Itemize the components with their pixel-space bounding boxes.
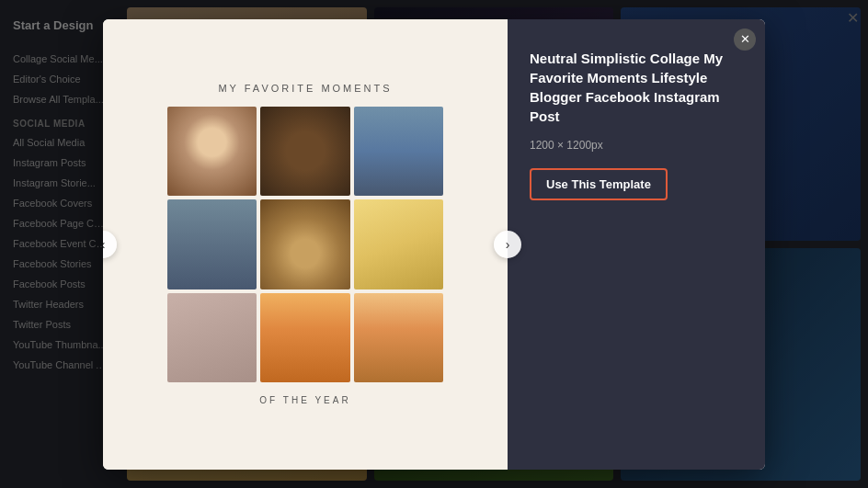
photo-cell-2 <box>260 107 349 196</box>
photo-cell-3 <box>354 107 443 196</box>
photo-cell-1 <box>167 107 257 196</box>
template-modal: ✕ ‹ MY FAVORITE MOMENTS OF THE YEAR › <box>103 19 765 470</box>
photo-cell-6 <box>354 199 443 289</box>
use-template-button[interactable]: Use This Template <box>530 168 668 200</box>
preview-title: MY FAVORITE MOMENTS <box>218 83 392 94</box>
preview-subtitle: OF THE YEAR <box>259 395 350 405</box>
photo-cell-5 <box>260 199 349 289</box>
modal-close-button[interactable]: ✕ <box>734 28 756 51</box>
photo-cell-7 <box>167 293 257 382</box>
modal-overlay: ✕ ‹ MY FAVORITE MOMENTS OF THE YEAR › <box>0 0 868 488</box>
photo-cell-8 <box>260 293 349 382</box>
prev-arrow-button[interactable]: ‹ <box>103 231 117 258</box>
template-dimensions: 1200 × 1200px <box>530 139 743 152</box>
modal-info-panel: Neutral Simplistic Collage My Favorite M… <box>508 19 765 470</box>
modal-preview-panel: ‹ MY FAVORITE MOMENTS OF THE YEAR › <box>103 19 508 470</box>
photo-cell-4 <box>167 199 257 289</box>
photo-cell-9 <box>354 293 443 382</box>
next-arrow-button[interactable]: › <box>494 231 521 258</box>
photo-grid <box>167 107 443 382</box>
template-name: Neutral Simplistic Collage My Favorite M… <box>530 49 743 126</box>
